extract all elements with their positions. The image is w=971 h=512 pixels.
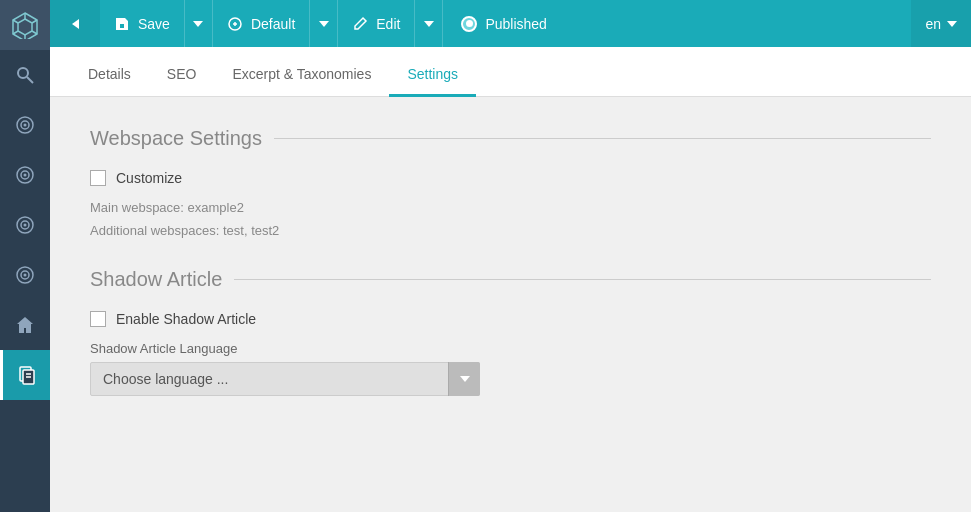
published-dot-inner: [466, 20, 473, 27]
published-label: Published: [485, 16, 547, 32]
save-dropdown-button[interactable]: [184, 0, 212, 47]
published-dot: [461, 16, 477, 32]
language-select-wrapper: Choose language ...: [90, 362, 480, 396]
language-field-label: Shadow Article Language: [90, 341, 931, 356]
back-button[interactable]: [50, 0, 100, 47]
save-label: Save: [138, 16, 170, 32]
default-dropdown-button[interactable]: [309, 0, 337, 47]
target-icon-1: [15, 115, 35, 135]
svg-point-15: [24, 174, 27, 177]
shadow-section-header: Shadow Article: [90, 268, 931, 291]
sidebar-item-target3[interactable]: [0, 200, 50, 250]
target-icon-3: [15, 215, 35, 235]
sidebar-item-home[interactable]: [0, 300, 50, 350]
svg-point-12: [24, 124, 27, 127]
logo-icon: [11, 11, 39, 39]
default-split-button: Default: [213, 0, 338, 47]
enable-shadow-label[interactable]: Enable Shadow Article: [116, 311, 256, 327]
save-main-button[interactable]: Save: [100, 0, 184, 47]
edit-dropdown-icon: [424, 21, 434, 27]
svg-point-21: [24, 274, 27, 277]
settings-content: Webspace Settings Customize Main webspac…: [50, 97, 971, 512]
edit-split-button: Edit: [338, 0, 443, 47]
toolbar: Save Default Edit: [50, 0, 971, 47]
home-icon: [15, 315, 35, 335]
back-icon: [72, 19, 79, 29]
target-icon-2: [15, 165, 35, 185]
svg-line-9: [27, 77, 33, 83]
language-selector[interactable]: en: [911, 0, 971, 47]
tab-settings[interactable]: Settings: [389, 54, 476, 97]
main-area: Save Default Edit: [50, 0, 971, 512]
language-select[interactable]: Choose language ...: [90, 362, 480, 396]
pages-icon: [17, 365, 37, 385]
customize-label[interactable]: Customize: [116, 170, 182, 186]
webspace-settings-section: Webspace Settings Customize Main webspac…: [90, 127, 931, 238]
svg-point-18: [24, 224, 27, 227]
default-icon: [227, 16, 243, 32]
webspace-section-header: Webspace Settings: [90, 127, 931, 150]
default-dropdown-icon: [319, 21, 329, 27]
sidebar-item-target1[interactable]: [0, 100, 50, 150]
enable-shadow-checkbox[interactable]: [90, 311, 106, 327]
enable-shadow-row: Enable Shadow Article: [90, 311, 931, 327]
default-label: Default: [251, 16, 295, 32]
sidebar-item-target4[interactable]: [0, 250, 50, 300]
shadow-article-section: Shadow Article Enable Shadow Article Sha…: [90, 268, 931, 396]
sidebar-logo[interactable]: [0, 0, 50, 50]
tab-navigation: Details SEO Excerpt & Taxonomies Setting…: [50, 47, 971, 97]
sidebar-item-target2[interactable]: [0, 150, 50, 200]
customize-checkbox[interactable]: [90, 170, 106, 186]
sidebar-item-search[interactable]: [0, 50, 50, 100]
tab-seo[interactable]: SEO: [149, 54, 215, 97]
edit-main-button[interactable]: Edit: [338, 0, 414, 47]
search-icon: [15, 65, 35, 85]
customize-row: Customize: [90, 170, 931, 186]
additional-webspaces-info: Additional webspaces: test, test2: [90, 223, 931, 238]
tab-excerpt-taxonomies[interactable]: Excerpt & Taxonomies: [214, 54, 389, 97]
save-split-button: Save: [100, 0, 213, 47]
language-form-group: Shadow Article Language Choose language …: [90, 341, 931, 396]
sidebar: [0, 0, 50, 512]
sidebar-item-pages[interactable]: [0, 350, 50, 400]
save-icon: [114, 16, 130, 32]
target-icon-4: [15, 265, 35, 285]
default-main-button[interactable]: Default: [213, 0, 309, 47]
published-status: Published: [443, 0, 565, 47]
edit-dropdown-button[interactable]: [414, 0, 442, 47]
lang-label: en: [925, 16, 941, 32]
tab-details[interactable]: Details: [70, 54, 149, 97]
save-dropdown-icon: [193, 21, 203, 27]
main-webspace-info: Main webspace: example2: [90, 200, 931, 215]
edit-label: Edit: [376, 16, 400, 32]
shadow-divider: [234, 279, 931, 280]
svg-marker-1: [18, 19, 32, 35]
shadow-article-title: Shadow Article: [90, 268, 222, 291]
edit-icon: [352, 16, 368, 32]
webspace-divider: [274, 138, 931, 139]
webspace-settings-title: Webspace Settings: [90, 127, 262, 150]
svg-point-8: [18, 68, 28, 78]
lang-dropdown-icon: [947, 21, 957, 27]
